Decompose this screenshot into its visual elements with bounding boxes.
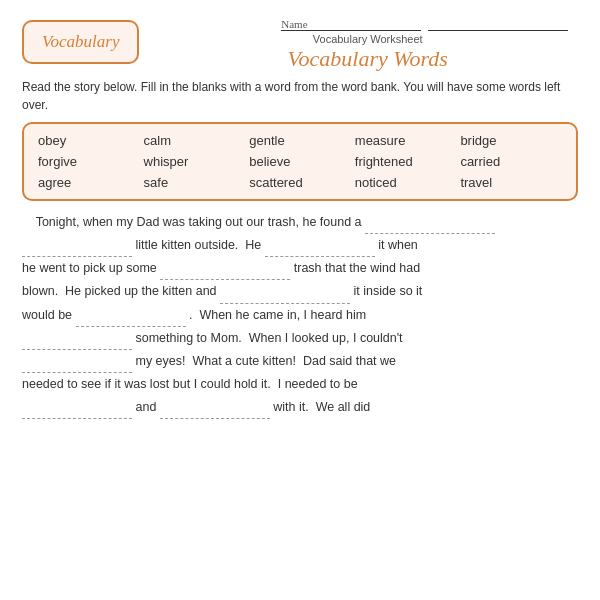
word-carried: carried [460,152,562,171]
name-line: Name [277,18,568,31]
word-bank: obey calm gentle measure bridge forgive … [22,122,578,201]
instructions-text: Read the story below. Fill in the blanks… [22,80,560,112]
story-line-4: blown. He picked up the kitten and it in… [22,280,578,303]
subtitle: Vocabulary Worksheet [313,33,423,45]
blank-9[interactable] [22,405,132,419]
story-line-3: he went to pick up some trash that the w… [22,257,578,280]
page: Vocabulary Name Vocabulary Worksheet Voc… [0,0,600,600]
main-title: Vocabulary Words [288,46,448,72]
word-believe: believe [249,152,351,171]
word-noticed: noticed [355,173,457,192]
word-gentle: gentle [249,131,351,150]
blank-2[interactable] [22,243,132,257]
blank-5[interactable] [220,290,350,304]
header-row: Vocabulary Name Vocabulary Worksheet Voc… [22,18,578,72]
story-area: Tonight, when my Dad was taking out our … [22,211,578,419]
word-safe: safe [144,173,246,192]
word-calm: calm [144,131,246,150]
instructions: Read the story below. Fill in the blanks… [22,78,578,114]
word-measure: measure [355,131,457,150]
story-line-9: and with it. We all did [22,396,578,419]
story-line-5: would be . When he came in, I heard him [22,304,578,327]
word-travel: travel [460,173,562,192]
blank-4[interactable] [160,266,290,280]
name-underline [428,18,568,31]
word-scattered: scattered [249,173,351,192]
title-area: Name Vocabulary Worksheet Vocabulary Wor… [157,18,578,72]
blank-8[interactable] [22,359,132,373]
vocab-label: Vocabulary [22,20,139,64]
story-line-2: little kitten outside. He it when [22,234,578,257]
word-agree: agree [38,173,140,192]
story-line-7: my eyes! What a cute kitten! Dad said th… [22,350,578,373]
story-line-1: Tonight, when my Dad was taking out our … [22,211,578,234]
word-frightened: frightened [355,152,457,171]
story-line-6: something to Mom. When I looked up, I co… [22,327,578,350]
word-obey: obey [38,131,140,150]
blank-7[interactable] [22,336,132,350]
word-bridge: bridge [460,131,562,150]
story-line-8: needed to see if it was lost but I could… [22,373,578,396]
word-whisper: whisper [144,152,246,171]
blank-6[interactable] [76,313,186,327]
name-label: Name [281,18,421,31]
blank-1[interactable] [365,220,495,234]
blank-10[interactable] [160,405,270,419]
blank-3[interactable] [265,243,375,257]
word-forgive: forgive [38,152,140,171]
